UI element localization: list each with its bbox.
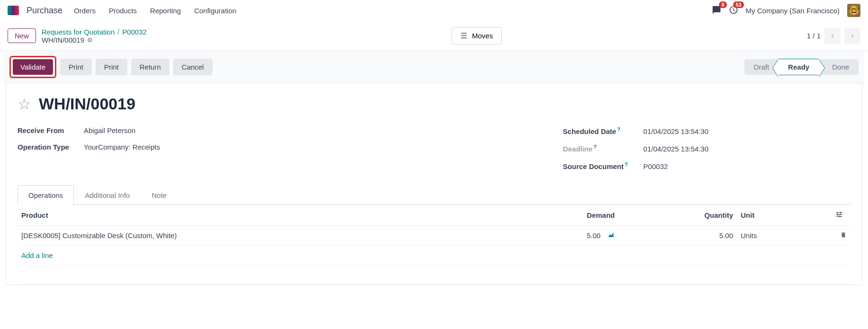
action-bar: Validate Print Print Return Cancel Draft… <box>4 51 864 83</box>
help-icon[interactable]: ? <box>593 144 597 150</box>
validate-highlight: Validate <box>9 56 56 78</box>
status-bar: Draft Ready Done <box>744 59 859 75</box>
forecast-icon[interactable] <box>607 231 615 240</box>
chevron-right-icon <box>849 33 856 39</box>
print-button-2[interactable]: Print <box>96 59 127 75</box>
th-demand: Demand <box>511 205 619 226</box>
nav-products[interactable]: Products <box>109 7 137 15</box>
cell-product[interactable]: [DESK0005] Customizable Desk (Custom, Wh… <box>18 226 511 246</box>
app-logo[interactable] <box>8 6 19 15</box>
source-doc-label: Source Document? <box>563 161 643 170</box>
app-title[interactable]: Purchase <box>27 6 62 16</box>
field-receive-from: Receive From Abigail Peterson <box>18 126 160 134</box>
breadcrumb-sep: / <box>117 28 119 36</box>
add-line-row: Add a line <box>18 246 850 266</box>
record-title: WH/IN/00019 <box>39 95 135 113</box>
fields-right: Scheduled Date? 01/04/2025 13:54:30 Dead… <box>563 126 709 170</box>
breadcrumb-root[interactable]: Requests for Quotation <box>42 28 115 36</box>
sliders-icon <box>835 211 843 218</box>
status-done[interactable]: Done <box>819 59 859 75</box>
field-scheduled-date: Scheduled Date? 01/04/2025 13:54:30 <box>563 126 709 135</box>
th-product: Product <box>18 205 511 226</box>
receive-from-label: Receive From <box>18 126 84 134</box>
source-doc-value[interactable]: P00032 <box>643 162 668 170</box>
form-sheet: ☆ WH/IN/00019 Receive From Abigail Peter… <box>6 83 862 285</box>
th-quantity: Quantity <box>619 205 737 226</box>
moves-label: Moves <box>472 32 493 40</box>
gear-icon[interactable]: ⚙ <box>87 36 93 44</box>
field-deadline: Deadline? 01/04/2025 13:54:30 <box>563 144 709 153</box>
table-header-row: Product Demand Quantity Unit <box>18 205 850 226</box>
topbar: Purchase Orders Products Reporting Confi… <box>0 0 868 21</box>
scheduled-date-label: Scheduled Date? <box>563 126 643 135</box>
cell-unit[interactable]: Units <box>737 226 832 246</box>
fields-left: Receive From Abigail Peterson Operation … <box>18 126 160 170</box>
tab-additional-info[interactable]: Additional Info <box>74 185 141 205</box>
add-line-button[interactable]: Add a line <box>21 251 53 259</box>
messages-button[interactable]: 8 <box>712 5 721 16</box>
new-button[interactable]: New <box>8 28 36 43</box>
validate-button[interactable]: Validate <box>13 59 53 75</box>
status-ready[interactable]: Ready <box>779 59 819 75</box>
operation-type-value[interactable]: YourCompany: Receipts <box>84 143 160 151</box>
pager: 1 / 1 <box>807 28 860 44</box>
print-button-1[interactable]: Print <box>60 59 92 75</box>
nav-configuration[interactable]: Configuration <box>194 7 236 15</box>
cancel-button[interactable]: Cancel <box>173 59 213 75</box>
empty-row <box>18 266 850 285</box>
star-icon[interactable]: ☆ <box>18 95 31 113</box>
subbar: New Requests for Quotation / P00032 WH/I… <box>0 21 868 51</box>
cell-demand[interactable]: 5.00 <box>511 226 619 246</box>
help-icon[interactable]: ? <box>625 161 628 167</box>
pager-next-button[interactable] <box>844 28 860 44</box>
breadcrumb: Requests for Quotation / P00032 WH/IN/00… <box>42 28 147 44</box>
tab-operations[interactable]: Operations <box>18 185 74 205</box>
trash-icon <box>840 231 847 238</box>
breadcrumb-po[interactable]: P00032 <box>122 28 147 36</box>
deadline-label: Deadline? <box>563 144 643 153</box>
table-row[interactable]: [DESK0005] Customizable Desk (Custom, Wh… <box>18 226 850 246</box>
pager-text: 1 / 1 <box>807 32 821 40</box>
avatar[interactable]: 🤓 <box>847 4 860 17</box>
company-selector[interactable]: My Company (San Francisco) <box>746 7 840 15</box>
avatar-icon: 🤓 <box>849 5 859 16</box>
scheduled-date-value[interactable]: 01/04/2025 13:54:30 <box>643 127 709 135</box>
topbar-right: 8 53 My Company (San Francisco) 🤓 <box>712 4 860 17</box>
row-delete-button[interactable] <box>832 226 850 246</box>
tabs: Operations Additional Info Note <box>18 185 850 205</box>
nav-orders[interactable]: Orders <box>74 7 96 15</box>
moves-button[interactable]: ☰ Moves <box>452 27 502 44</box>
receive-from-value[interactable]: Abigail Peterson <box>84 126 135 134</box>
breadcrumb-current: WH/IN/00019 <box>42 36 84 44</box>
field-operation-type: Operation Type YourCompany: Receipts <box>18 143 160 151</box>
operations-table: Product Demand Quantity Unit [DESK0005] … <box>18 205 850 285</box>
fields-grid: Receive From Abigail Peterson Operation … <box>18 126 850 170</box>
tab-note[interactable]: Note <box>141 185 177 205</box>
deadline-value: 01/04/2025 13:54:30 <box>643 145 709 153</box>
nav-reporting[interactable]: Reporting <box>150 7 181 15</box>
return-button[interactable]: Return <box>131 59 169 75</box>
hamburger-icon: ☰ <box>461 31 467 40</box>
title-row: ☆ WH/IN/00019 <box>18 95 850 113</box>
pager-prev-button[interactable] <box>824 28 841 44</box>
activities-button[interactable]: 53 <box>729 5 738 16</box>
chevron-left-icon <box>829 33 836 39</box>
nav-menu: Orders Products Reporting Configuration <box>74 7 236 15</box>
help-icon[interactable]: ? <box>617 126 620 132</box>
th-settings[interactable] <box>832 205 850 226</box>
messages-badge: 8 <box>719 1 726 8</box>
th-unit: Unit <box>737 205 832 226</box>
cell-quantity[interactable]: 5.00 <box>619 226 737 246</box>
operation-type-label: Operation Type <box>18 143 84 151</box>
field-source-doc: Source Document? P00032 <box>563 161 709 170</box>
activities-badge: 53 <box>733 1 744 8</box>
